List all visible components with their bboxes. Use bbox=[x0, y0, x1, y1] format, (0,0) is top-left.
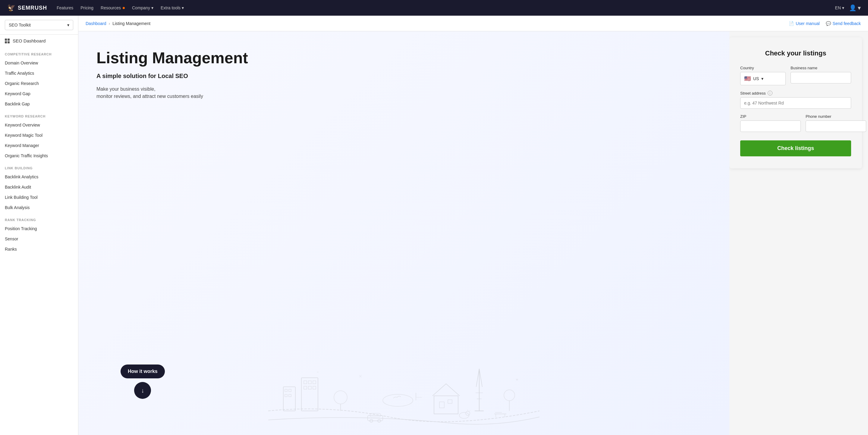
user-menu[interactable]: 👤 ▾ bbox=[849, 4, 861, 11]
svg-text:★: ★ bbox=[516, 377, 519, 382]
street-info-icon[interactable]: i bbox=[768, 91, 772, 96]
country-business-row: Country 🇺🇸 US ▾ Business name bbox=[740, 66, 851, 85]
svg-rect-3 bbox=[285, 394, 287, 397]
sidebar-item-organic-traffic-insights[interactable]: Organic Traffic Insights bbox=[0, 150, 78, 161]
sidebar-item-seo-dashboard[interactable]: SEO Dashboard bbox=[0, 35, 78, 47]
section-label-competitive: COMPETITIVE RESEARCH bbox=[0, 47, 78, 58]
language-selector[interactable]: EN ▾ bbox=[835, 5, 844, 10]
nav-features[interactable]: Features bbox=[57, 5, 73, 10]
how-it-works-container: How it works ↓ bbox=[121, 365, 165, 399]
section-label-keyword: KEYWORD RESEARCH bbox=[0, 109, 78, 120]
breadcrumb-separator: › bbox=[109, 21, 110, 26]
sidebar-item-keyword-gap[interactable]: Keyword Gap bbox=[0, 89, 78, 99]
scroll-down-button[interactable]: ↓ bbox=[134, 382, 151, 399]
sidebar-item-backlink-gap[interactable]: Backlink Gap bbox=[0, 99, 78, 109]
breadcrumb-bar: Dashboard › Listing Management 📄 User ma… bbox=[79, 16, 868, 31]
svg-rect-1 bbox=[285, 389, 287, 392]
nav-company[interactable]: Company ▾ bbox=[132, 5, 153, 10]
logo-text: SEMRUSH bbox=[18, 5, 47, 11]
svg-line-15 bbox=[479, 369, 482, 387]
phone-group: Phone number bbox=[806, 114, 866, 132]
nav-extra-tools[interactable]: Extra tools ▾ bbox=[161, 5, 184, 10]
svg-text:✕: ✕ bbox=[359, 374, 362, 379]
breadcrumb-dashboard[interactable]: Dashboard bbox=[86, 21, 106, 26]
zip-label: ZIP bbox=[740, 114, 801, 119]
phone-input[interactable] bbox=[806, 121, 866, 132]
user-manual-link[interactable]: 📄 User manual bbox=[789, 21, 819, 26]
svg-line-14 bbox=[476, 369, 479, 387]
sidebar-item-link-building-tool[interactable]: Link Building Tool bbox=[0, 192, 78, 202]
content-area: Dashboard › Listing Management 📄 User ma… bbox=[79, 16, 868, 435]
sidebar-item-backlink-audit[interactable]: Backlink Audit bbox=[0, 182, 78, 192]
svg-rect-2 bbox=[289, 389, 291, 392]
svg-point-18 bbox=[334, 391, 347, 404]
svg-rect-9 bbox=[304, 386, 307, 389]
street-address-input[interactable] bbox=[740, 97, 851, 109]
svg-rect-23 bbox=[439, 402, 444, 408]
business-name-label: Business name bbox=[790, 66, 851, 70]
resources-dot bbox=[123, 7, 125, 9]
check-listings-card: Check your listings Country 🇺🇸 US ▾ Busi… bbox=[730, 37, 862, 168]
nav-resources[interactable]: Resources bbox=[101, 5, 125, 10]
logo-icon: 🦅 bbox=[7, 4, 16, 12]
logo[interactable]: 🦅 SEMRUSH bbox=[7, 4, 47, 12]
sidebar-item-position-tracking[interactable]: Position Tracking bbox=[0, 224, 78, 234]
nav-links: Features Pricing Resources Company ▾ Ext… bbox=[57, 5, 835, 10]
svg-rect-24 bbox=[448, 400, 452, 403]
nav-right: EN ▾ 👤 ▾ bbox=[835, 4, 861, 11]
business-name-group: Business name bbox=[790, 66, 851, 85]
send-feedback-link[interactable]: 💬 Send feedback bbox=[826, 21, 861, 26]
hero-title: Listing Management bbox=[96, 49, 271, 67]
toolkit-dropdown[interactable]: SEO Toolkit ▾ bbox=[5, 20, 73, 30]
svg-rect-4 bbox=[289, 394, 291, 397]
nav-pricing[interactable]: Pricing bbox=[81, 5, 93, 10]
svg-text:✕: ✕ bbox=[316, 371, 319, 374]
zip-phone-row: ZIP Phone number bbox=[740, 114, 851, 132]
sidebar-item-traffic-analytics[interactable]: Traffic Analytics bbox=[0, 68, 78, 78]
section-label-link-building: LINK BUILDING bbox=[0, 161, 78, 172]
toolkit-selector: SEO Toolkit ▾ bbox=[0, 16, 78, 35]
svg-rect-11 bbox=[313, 386, 316, 389]
sidebar-item-ranks[interactable]: Ranks bbox=[0, 244, 78, 254]
how-it-works-button[interactable]: How it works bbox=[121, 365, 165, 378]
sidebar-item-domain-overview[interactable]: Domain Overview bbox=[0, 58, 78, 68]
page-main: Listing Management A simple solution for… bbox=[79, 31, 868, 435]
country-dropdown[interactable]: 🇺🇸 US ▾ bbox=[740, 72, 786, 85]
city-illustration: ✕ ★ ✕ bbox=[79, 350, 730, 435]
hero-section: Listing Management A simple solution for… bbox=[79, 31, 730, 435]
card-title: Check your listings bbox=[740, 49, 851, 57]
street-label: Street address i bbox=[740, 91, 851, 96]
business-name-input[interactable] bbox=[790, 72, 851, 83]
street-address-group: Street address i bbox=[740, 91, 851, 109]
svg-rect-10 bbox=[308, 386, 311, 389]
sidebar-item-sensor[interactable]: Sensor bbox=[0, 234, 78, 244]
sidebar-item-organic-research[interactable]: Organic Research bbox=[0, 78, 78, 89]
hero-subtitle: A simple solution for Local SEO bbox=[96, 73, 711, 79]
sidebar-item-keyword-manager[interactable]: Keyword Manager bbox=[0, 140, 78, 150]
svg-rect-22 bbox=[434, 396, 458, 414]
country-group: Country 🇺🇸 US ▾ bbox=[740, 66, 786, 85]
sidebar-item-backlink-analytics[interactable]: Backlink Analytics bbox=[0, 172, 78, 182]
zip-group: ZIP bbox=[740, 114, 801, 132]
top-navigation: 🦅 SEMRUSH Features Pricing Resources Com… bbox=[0, 0, 868, 16]
breadcrumb-current: Listing Management bbox=[113, 21, 150, 26]
svg-point-20 bbox=[504, 390, 515, 401]
main-layout: SEO Toolkit ▾ SEO Dashboard COMPETITIVE … bbox=[0, 16, 868, 435]
svg-rect-7 bbox=[308, 381, 311, 384]
svg-rect-6 bbox=[304, 381, 307, 384]
svg-point-25 bbox=[383, 394, 413, 406]
phone-label: Phone number bbox=[806, 114, 866, 119]
grid-icon bbox=[5, 39, 10, 43]
check-listings-button[interactable]: Check listings bbox=[740, 140, 851, 156]
svg-rect-27 bbox=[370, 413, 380, 417]
sidebar-item-keyword-magic-tool[interactable]: Keyword Magic Tool bbox=[0, 130, 78, 140]
section-label-rank-tracking: RANK TRACKING bbox=[0, 213, 78, 224]
sidebar-item-keyword-overview[interactable]: Keyword Overview bbox=[0, 120, 78, 130]
hero-description: Make your business visible,monitor revie… bbox=[96, 86, 247, 100]
svg-rect-0 bbox=[283, 387, 296, 411]
svg-rect-8 bbox=[313, 381, 316, 384]
us-flag: 🇺🇸 bbox=[744, 75, 751, 82]
svg-line-32 bbox=[469, 410, 470, 412]
sidebar-item-bulk-analysis[interactable]: Bulk Analysis bbox=[0, 202, 78, 213]
zip-input[interactable] bbox=[740, 121, 801, 132]
